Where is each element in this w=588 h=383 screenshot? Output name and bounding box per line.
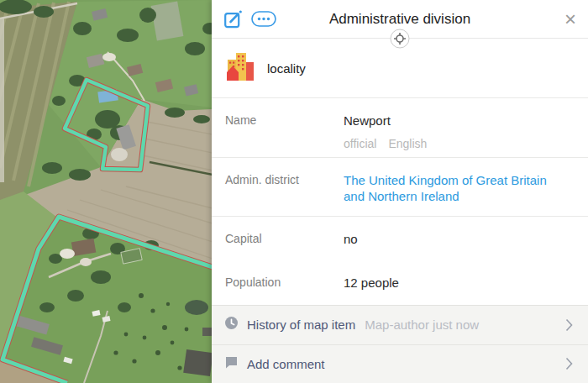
field-capital: Capital no (212, 217, 588, 260)
object-info-panel: Administrative division × (212, 0, 588, 383)
satellite-imagery (0, 0, 212, 383)
field-admin-district: Admin. district The United Kingdom of Gr… (212, 158, 588, 217)
field-label: Population (225, 275, 344, 305)
add-comment-row[interactable]: Add comment (212, 344, 588, 383)
close-icon[interactable]: × (564, 9, 576, 29)
field-population: Population 12 people (212, 260, 588, 305)
panel-header: Administrative division × (212, 0, 588, 39)
field-label: Name (225, 113, 344, 157)
history-label: History of map item (247, 317, 355, 332)
chevron-right-icon (565, 318, 573, 332)
more-options-icon[interactable] (251, 11, 276, 27)
comment-icon (225, 356, 238, 372)
history-meta: Map-author just now (365, 317, 479, 332)
object-type-label: locality (267, 61, 306, 76)
field-name: Name Newport officialEnglish (212, 98, 588, 158)
satellite-map[interactable] (0, 0, 212, 383)
chevron-right-icon (565, 357, 573, 370)
field-label: Capital (225, 231, 344, 260)
field-label: Admin. district (225, 172, 344, 216)
map-editor-window: Administrative division × (0, 0, 588, 383)
admin-district-link[interactable]: The United Kingdom of Great Britain and … (344, 173, 547, 203)
edit-icon[interactable] (223, 9, 244, 29)
capital-value: no (344, 231, 568, 260)
name-meta: officialEnglish (344, 136, 568, 152)
locate-crosshair-icon[interactable] (391, 29, 410, 49)
clock-icon (225, 317, 238, 333)
add-comment-label: Add comment (247, 357, 325, 371)
history-row[interactable]: History of map item Map-author just now (212, 306, 588, 344)
name-value: Newport (344, 113, 568, 129)
city-buildings-icon (225, 50, 256, 87)
population-value: 12 people (344, 275, 568, 305)
panel-footer: History of map item Map-author just now … (212, 305, 588, 383)
